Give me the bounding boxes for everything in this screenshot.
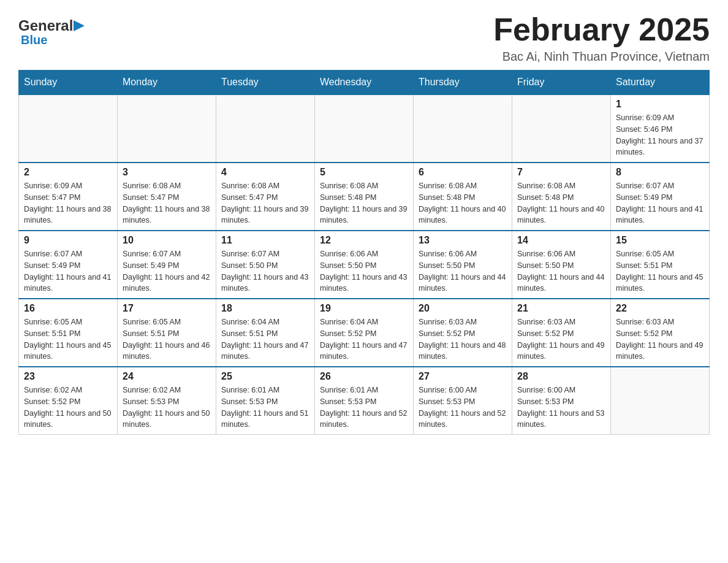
calendar-cell-0-2 [216,94,315,163]
day-info: Sunrise: 6:07 AMSunset: 5:49 PMDaylight:… [616,180,704,226]
day-info: Sunrise: 6:09 AMSunset: 5:46 PMDaylight:… [616,112,704,158]
col-wednesday: Wednesday [315,71,414,95]
day-number: 19 [320,303,408,314]
calendar-cell-3-0: 16Sunrise: 6:05 AMSunset: 5:51 PMDayligh… [19,299,118,367]
day-number: 11 [221,235,309,246]
day-info: Sunrise: 6:01 AMSunset: 5:53 PMDaylight:… [221,385,309,431]
day-number: 4 [221,167,309,178]
day-info: Sunrise: 6:00 AMSunset: 5:53 PMDaylight:… [419,385,507,431]
col-saturday: Saturday [611,71,710,95]
calendar-cell-3-1: 17Sunrise: 6:05 AMSunset: 5:51 PMDayligh… [118,299,216,367]
day-info: Sunrise: 6:01 AMSunset: 5:53 PMDaylight:… [320,385,408,431]
calendar-cell-2-5: 14Sunrise: 6:06 AMSunset: 5:50 PMDayligh… [512,231,611,299]
day-number: 8 [616,167,704,178]
day-number: 21 [517,303,605,314]
calendar-cell-1-5: 7Sunrise: 6:08 AMSunset: 5:48 PMDaylight… [512,163,611,231]
calendar-cell-4-3: 26Sunrise: 6:01 AMSunset: 5:53 PMDayligh… [315,367,414,435]
calendar-cell-1-3: 5Sunrise: 6:08 AMSunset: 5:48 PMDaylight… [315,163,414,231]
week-row-3: 16Sunrise: 6:05 AMSunset: 5:51 PMDayligh… [19,299,710,367]
page-subtitle: Bac Ai, Ninh Thuan Province, Vietnam [493,50,710,64]
day-number: 28 [517,371,605,382]
page-title: February 2025 [493,12,710,47]
calendar-cell-2-4: 13Sunrise: 6:06 AMSunset: 5:50 PMDayligh… [414,231,512,299]
day-info: Sunrise: 6:03 AMSunset: 5:52 PMDaylight:… [616,316,704,362]
calendar-cell-4-5: 28Sunrise: 6:00 AMSunset: 5:53 PMDayligh… [512,367,611,435]
day-number: 24 [123,371,211,382]
day-number: 18 [221,303,309,314]
day-number: 23 [24,371,112,382]
day-info: Sunrise: 6:02 AMSunset: 5:53 PMDaylight:… [123,385,211,431]
day-info: Sunrise: 6:07 AMSunset: 5:49 PMDaylight:… [123,248,211,294]
calendar-cell-2-3: 12Sunrise: 6:06 AMSunset: 5:50 PMDayligh… [315,231,414,299]
calendar-cell-1-1: 3Sunrise: 6:08 AMSunset: 5:47 PMDaylight… [118,163,216,231]
day-info: Sunrise: 6:08 AMSunset: 5:48 PMDaylight:… [320,180,408,226]
calendar-cell-3-6: 22Sunrise: 6:03 AMSunset: 5:52 PMDayligh… [611,299,710,367]
logo-blue: Blue [21,33,47,47]
logo-triangle-icon [74,20,85,31]
calendar-cell-0-0 [19,94,118,163]
calendar-cell-3-4: 20Sunrise: 6:03 AMSunset: 5:52 PMDayligh… [414,299,512,367]
calendar-cell-4-1: 24Sunrise: 6:02 AMSunset: 5:53 PMDayligh… [118,367,216,435]
calendar-cell-2-1: 10Sunrise: 6:07 AMSunset: 5:49 PMDayligh… [118,231,216,299]
day-info: Sunrise: 6:03 AMSunset: 5:52 PMDaylight:… [419,316,507,362]
day-number: 2 [24,167,112,178]
calendar-cell-1-4: 6Sunrise: 6:08 AMSunset: 5:48 PMDaylight… [414,163,512,231]
col-tuesday: Tuesday [216,71,315,95]
calendar-cell-2-6: 15Sunrise: 6:05 AMSunset: 5:51 PMDayligh… [611,231,710,299]
day-number: 14 [517,235,605,246]
week-row-2: 9Sunrise: 6:07 AMSunset: 5:49 PMDaylight… [19,231,710,299]
calendar-cell-0-5 [512,94,611,163]
day-number: 9 [24,235,112,246]
calendar-cell-0-6: 1Sunrise: 6:09 AMSunset: 5:46 PMDaylight… [611,94,710,163]
day-info: Sunrise: 6:08 AMSunset: 5:47 PMDaylight:… [221,180,309,226]
day-info: Sunrise: 6:05 AMSunset: 5:51 PMDaylight:… [123,316,211,362]
day-info: Sunrise: 6:07 AMSunset: 5:49 PMDaylight:… [24,248,112,294]
day-info: Sunrise: 6:09 AMSunset: 5:47 PMDaylight:… [24,180,112,226]
day-number: 16 [24,303,112,314]
day-info: Sunrise: 6:00 AMSunset: 5:53 PMDaylight:… [517,385,605,431]
day-info: Sunrise: 6:03 AMSunset: 5:52 PMDaylight:… [517,316,605,362]
calendar-cell-4-0: 23Sunrise: 6:02 AMSunset: 5:52 PMDayligh… [19,367,118,435]
week-row-4: 23Sunrise: 6:02 AMSunset: 5:52 PMDayligh… [19,367,710,435]
day-number: 7 [517,167,605,178]
week-row-1: 2Sunrise: 6:09 AMSunset: 5:47 PMDaylight… [19,163,710,231]
day-info: Sunrise: 6:06 AMSunset: 5:50 PMDaylight:… [517,248,605,294]
day-number: 22 [616,303,704,314]
calendar-cell-0-3 [315,94,414,163]
calendar-cell-3-5: 21Sunrise: 6:03 AMSunset: 5:52 PMDayligh… [512,299,611,367]
page-header: General Blue February 2025 Bac Ai, Ninh … [18,12,710,64]
day-number: 20 [419,303,507,314]
day-number: 26 [320,371,408,382]
day-number: 3 [123,167,211,178]
col-friday: Friday [512,71,611,95]
day-number: 25 [221,371,309,382]
day-number: 12 [320,235,408,246]
day-info: Sunrise: 6:02 AMSunset: 5:52 PMDaylight:… [24,385,112,431]
logo-general: General [18,17,73,34]
calendar-table: Sunday Monday Tuesday Wednesday Thursday… [18,70,710,435]
day-number: 17 [123,303,211,314]
day-number: 27 [419,371,507,382]
day-info: Sunrise: 6:06 AMSunset: 5:50 PMDaylight:… [419,248,507,294]
day-number: 1 [616,99,704,110]
day-number: 5 [320,167,408,178]
calendar-cell-1-6: 8Sunrise: 6:07 AMSunset: 5:49 PMDaylight… [611,163,710,231]
day-info: Sunrise: 6:04 AMSunset: 5:51 PMDaylight:… [221,316,309,362]
calendar-cell-2-2: 11Sunrise: 6:07 AMSunset: 5:50 PMDayligh… [216,231,315,299]
calendar-header-row: Sunday Monday Tuesday Wednesday Thursday… [19,71,710,95]
calendar-cell-1-0: 2Sunrise: 6:09 AMSunset: 5:47 PMDaylight… [19,163,118,231]
col-sunday: Sunday [19,71,118,95]
day-info: Sunrise: 6:07 AMSunset: 5:50 PMDaylight:… [221,248,309,294]
day-info: Sunrise: 6:06 AMSunset: 5:50 PMDaylight:… [320,248,408,294]
calendar-cell-3-2: 18Sunrise: 6:04 AMSunset: 5:51 PMDayligh… [216,299,315,367]
svg-marker-0 [74,20,85,31]
calendar-cell-4-2: 25Sunrise: 6:01 AMSunset: 5:53 PMDayligh… [216,367,315,435]
calendar-cell-1-2: 4Sunrise: 6:08 AMSunset: 5:47 PMDaylight… [216,163,315,231]
calendar-cell-0-1 [118,94,216,163]
title-block: February 2025 Bac Ai, Ninh Thuan Provinc… [493,12,710,64]
day-info: Sunrise: 6:05 AMSunset: 5:51 PMDaylight:… [24,316,112,362]
day-number: 10 [123,235,211,246]
calendar-cell-3-3: 19Sunrise: 6:04 AMSunset: 5:52 PMDayligh… [315,299,414,367]
calendar-cell-4-4: 27Sunrise: 6:00 AMSunset: 5:53 PMDayligh… [414,367,512,435]
day-number: 15 [616,235,704,246]
